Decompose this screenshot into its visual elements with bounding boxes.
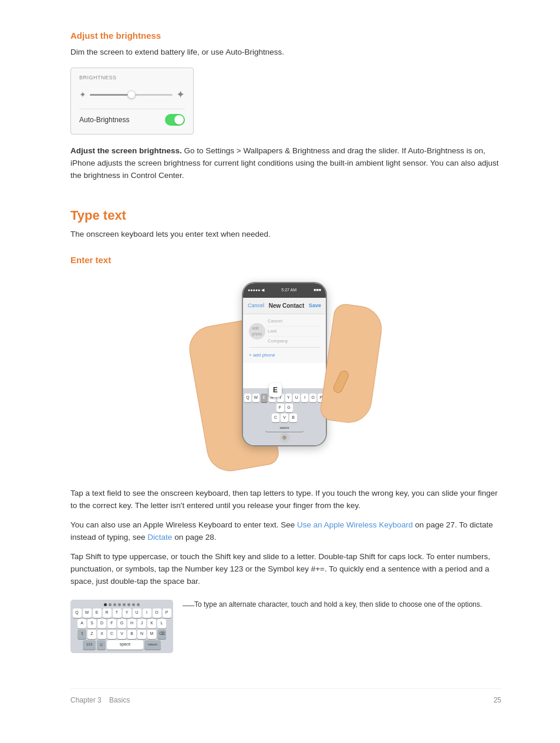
dot-7 <box>132 603 135 606</box>
key-u[interactable]: U <box>133 608 141 618</box>
brightness-heading: Adjust the brightness <box>70 29 501 43</box>
suggestion-dots <box>72 602 171 607</box>
key-q[interactable]: Q <box>73 608 82 618</box>
iphone-title: New Contact <box>269 301 305 310</box>
key-l[interactable]: L <box>157 619 166 628</box>
key-emoji[interactable]: ☺ <box>97 640 106 650</box>
type-text-heading: Type text <box>70 206 501 225</box>
iphone-cancel-btn: Cancel <box>248 302 264 310</box>
key-f[interactable]: F <box>107 619 116 628</box>
brightness-description: Dim the screen to extend battery life, o… <box>70 46 501 59</box>
key-h[interactable]: H <box>127 619 136 628</box>
page-footer: Chapter 3 Basics 25 <box>70 688 501 705</box>
dictate-link[interactable]: Dictate <box>147 533 172 542</box>
keyboard-diagram-section: Q W E R T Y U I O P A S D F G H J K L ⇧ … <box>70 600 501 653</box>
brightness-settings-box: BRIGHTNESS ✦ ✦ Auto-Brightness <box>70 68 194 135</box>
key-x[interactable]: X <box>97 630 106 639</box>
callout-line: To type an alternate character, touch an… <box>183 600 501 610</box>
brightness-body-text: Adjust the screen brightness. Go to Sett… <box>70 145 501 182</box>
slider-thumb[interactable] <box>127 90 136 99</box>
key-t[interactable]: T <box>113 608 122 618</box>
dot-8 <box>137 603 140 606</box>
key-k[interactable]: K <box>147 619 156 628</box>
iphone-hands-illustration: ●●●●● ◀ 5:27 AM ■■■ Cancel New Contact S… <box>70 276 501 476</box>
footer-page-number: 25 <box>494 695 501 705</box>
auto-brightness-row: Auto-Brightness <box>79 109 185 126</box>
key-c[interactable]: C <box>107 630 116 639</box>
keyboard-diagram: Q W E R T Y U I O P A S D F G H J K L ⇧ … <box>70 600 173 653</box>
auto-brightness-label: Auto-Brightness <box>79 115 129 125</box>
slider-track[interactable] <box>90 94 173 96</box>
sun-small-icon: ✦ <box>79 89 86 101</box>
keyboard-row-1: Q W E R T Y U I O P <box>72 608 171 618</box>
dot-2 <box>109 603 112 606</box>
key-return[interactable]: return <box>144 640 161 650</box>
dot-4 <box>118 603 121 606</box>
key-p[interactable]: P <box>163 608 171 618</box>
key-z[interactable]: Z <box>87 630 96 639</box>
brightness-label: BRIGHTNESS <box>79 74 185 82</box>
key-g[interactable]: G <box>117 619 126 628</box>
dot-6 <box>127 603 130 606</box>
key-i[interactable]: I <box>143 608 151 618</box>
key-n[interactable]: N <box>137 630 146 639</box>
key-a[interactable]: A <box>77 619 86 628</box>
key-numbers[interactable]: 123 <box>83 640 96 650</box>
key-m[interactable]: M <box>147 630 156 639</box>
sun-large-icon: ✦ <box>176 87 185 103</box>
iphone-save-btn: Save <box>309 302 321 310</box>
key-r[interactable]: R <box>103 608 112 618</box>
brightness-slider-row[interactable]: ✦ ✦ <box>79 87 185 103</box>
type-text-description: The onscreen keyboard lets you enter tex… <box>70 228 501 241</box>
keyboard-row-4: 123 ☺ space return <box>72 640 171 650</box>
key-space[interactable]: space <box>107 640 143 650</box>
apple-wireless-keyboard-link[interactable]: Use an Apple Wireless Keyboard <box>297 520 413 529</box>
auto-brightness-toggle[interactable] <box>165 114 185 126</box>
footer-chapter: Chapter 3 Basics <box>70 695 130 705</box>
enter-text-paragraph1: Tap a text field to see the onscreen key… <box>70 488 501 512</box>
callout-text: To type an alternate character, touch an… <box>194 600 482 610</box>
dot-1 <box>104 603 107 606</box>
key-s[interactable]: S <box>87 619 96 628</box>
key-o[interactable]: O <box>153 608 161 618</box>
dot-5 <box>123 603 126 606</box>
slider-fill <box>90 94 131 96</box>
key-b[interactable]: B <box>127 630 136 639</box>
key-j[interactable]: J <box>137 619 146 628</box>
key-d[interactable]: D <box>97 619 106 628</box>
enter-text-subheading: Enter text <box>70 254 501 267</box>
key-v[interactable]: V <box>117 630 126 639</box>
key-y[interactable]: Y <box>123 608 131 618</box>
key-e[interactable]: E <box>93 608 102 618</box>
toggle-thumb <box>174 115 184 125</box>
callout-dash <box>183 606 194 606</box>
key-shift[interactable]: ⇧ <box>77 630 86 639</box>
keyboard-row-2: A S D F G H J K L <box>72 619 171 628</box>
enter-text-paragraph3: Tap Shift to type uppercase, or touch th… <box>70 551 501 588</box>
enter-text-paragraph2: You can also use an Apple Wireless Keybo… <box>70 519 501 544</box>
key-delete[interactable]: ⌫ <box>157 630 166 639</box>
keyboard-callout: To type an alternate character, touch an… <box>183 600 501 610</box>
key-w[interactable]: W <box>83 608 92 618</box>
keyboard-row-3: ⇧ Z X C V B N M ⌫ <box>72 630 171 639</box>
dot-3 <box>113 603 116 606</box>
